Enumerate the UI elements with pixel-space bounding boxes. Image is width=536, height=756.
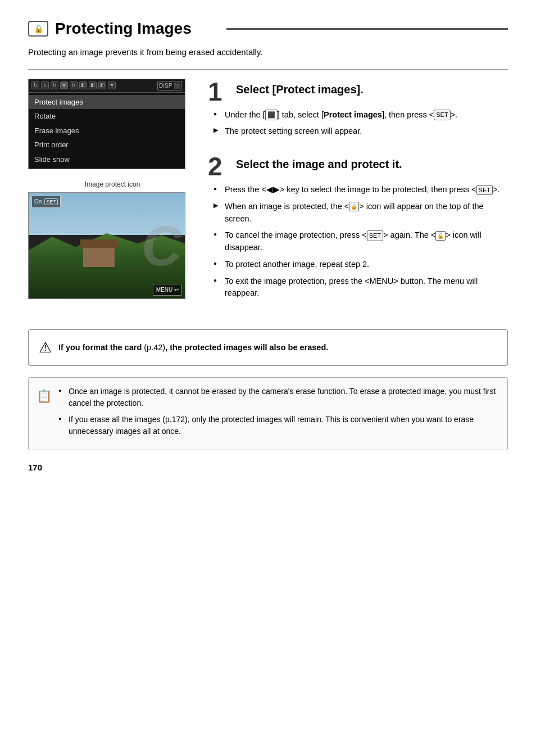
step-1-number: 1 — [208, 79, 230, 105]
menu-icon-9: ★ — [108, 82, 116, 89]
step-2-bullet-1: Press the <◀▶> key to select the image t… — [214, 184, 508, 196]
menu-item-rotate: Rotate — [29, 109, 185, 124]
photo-house — [83, 248, 115, 267]
image-protect-icon-label: Image protect icon — [28, 179, 197, 189]
menu-icon-7: ◧ — [89, 82, 97, 89]
step-1-block: 1 Select [Protect images]. Under the [⬛]… — [208, 79, 508, 138]
step-2-header: 2 Select the image and protect it. — [208, 153, 508, 179]
menu-icon-1: b — [31, 82, 39, 89]
protect-set-badge: On SET — [31, 196, 61, 208]
warning-icon: ⚠ — [39, 337, 52, 359]
step-2-bullet-4: To protect another image, repeat step 2. — [214, 259, 508, 271]
page-title-row: Protecting Images — [28, 17, 508, 40]
step-1-bullets: Under the [⬛] tab, select [Protect image… — [208, 109, 508, 138]
protect-icon-2: 🔒 — [435, 231, 446, 241]
warning-text-bold-1: If you format the card — [58, 343, 142, 352]
step-2-title: Select the image and protect it. — [236, 153, 402, 171]
note-item-2: If you erase all the images (p.172), onl… — [58, 414, 497, 437]
menu-icon-5: b — [70, 82, 78, 89]
menu-item-erase: Erase images — [29, 124, 185, 138]
step-1-header: 1 Select [Protect images]. — [208, 79, 508, 105]
screen-menu-btn: MENU ↩ — [153, 284, 182, 296]
title-icon — [28, 21, 48, 37]
section-divider — [28, 69, 508, 70]
step-2-bullet-3: To cancel the image protection, press <S… — [214, 229, 508, 254]
menu-icon-6: ◧ — [79, 82, 87, 89]
menu-icon-3: b — [51, 82, 58, 89]
note-box: 📋 Once an image is protected, it cannot … — [28, 377, 508, 450]
protect-on-label: On — [34, 198, 42, 205]
camera-menu-screenshot: b b b ■ b ◧ ◧ ◧ ★ DISP ⬛ Protect images … — [28, 79, 185, 170]
note-item-1: Once an image is protected, it cannot be… — [58, 386, 497, 409]
tab-icon-1: ⬛ — [265, 110, 278, 120]
warning-box: ⚠ If you format the card (p.42), the pro… — [28, 329, 508, 366]
step-1-title: Select [Protect images]. — [236, 79, 364, 97]
step-2-bullets: Press the <◀▶> key to select the image t… — [208, 184, 508, 300]
camera-menu-items: Protect images Rotate Erase images Print… — [29, 93, 185, 169]
menu-icon-2: b — [41, 82, 49, 89]
note-icon: 📋 — [37, 387, 52, 442]
set-badge: SET — [44, 198, 58, 205]
step-2-bullet-5: To exit the image protection, press the … — [214, 275, 508, 300]
note-content: Once an image is protected, it cannot be… — [58, 386, 497, 442]
step-1-bullet-2: The protect setting screen will appear. — [214, 125, 508, 138]
protect-screen: On SET MENU ↩ C — [28, 192, 185, 299]
menu-icon-8: ◧ — [98, 82, 106, 89]
steps-wrapper: b b b ■ b ◧ ◧ ◧ ★ DISP ⬛ Protect images … — [28, 79, 508, 316]
page-number: 170 — [28, 461, 508, 474]
step-1-bullet-1: Under the [⬛] tab, select [Protect image… — [214, 109, 508, 121]
page-subtitle: Protecting an image prevents it from bei… — [28, 46, 508, 59]
step-2-bullet-2: When an image is protected, the <🔒> icon… — [214, 201, 508, 225]
warning-text-bold-2: , the protected images will also be eras… — [165, 343, 328, 352]
title-underline — [226, 28, 508, 30]
menu-icon-4: ■ — [60, 82, 68, 89]
protect-images-bold: Protect images — [324, 110, 382, 119]
set-kbd-3: SET — [367, 230, 383, 241]
menu-item-protect: Protect images — [29, 95, 185, 110]
photo-house-roof — [80, 239, 118, 248]
page-title: Protecting Images — [55, 17, 192, 40]
left-column: b b b ■ b ◧ ◧ ◧ ★ DISP ⬛ Protect images … — [28, 79, 197, 316]
camera-menu-topbar: b b b ■ b ◧ ◧ ◧ ★ DISP ⬛ — [29, 79, 185, 93]
menu-item-slideshow: Slide show — [29, 152, 185, 167]
step-2-block: 2 Select the image and protect it. Press… — [208, 153, 508, 300]
right-column: 1 Select [Protect images]. Under the [⬛]… — [208, 79, 508, 316]
menu-item-print: Print order — [29, 138, 185, 152]
protect-icon-1: 🔒 — [349, 202, 359, 211]
set-kbd-2: SET — [476, 185, 493, 196]
disp-label: DISP ⬛ — [157, 81, 182, 90]
warning-text: If you format the card (p.42), the prote… — [58, 342, 328, 354]
note-list: Once an image is protected, it cannot be… — [58, 386, 497, 437]
set-kbd-1: SET — [434, 110, 450, 120]
step-2-number: 2 — [208, 153, 230, 179]
